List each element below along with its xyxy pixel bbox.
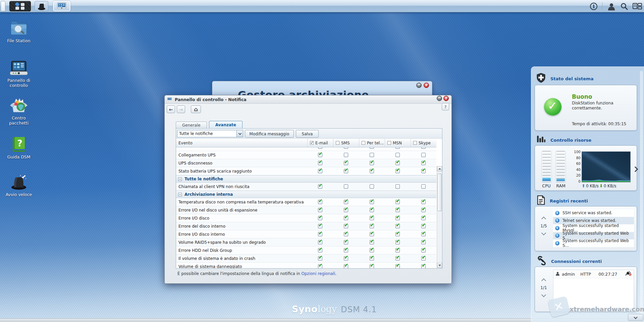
notification-checkbox[interactable] [370, 184, 374, 189]
notification-checkbox[interactable] [395, 184, 400, 189]
notification-checkbox[interactable] [344, 208, 348, 212]
notification-checkbox[interactable] [395, 256, 400, 261]
notification-checkbox[interactable] [318, 169, 322, 173]
notification-checkbox[interactable] [395, 200, 400, 204]
notification-checkbox[interactable] [421, 200, 426, 204]
notification-checkbox[interactable] [395, 147, 400, 149]
notification-checkbox[interactable] [344, 153, 348, 157]
close-icon[interactable]: ✕ [424, 83, 429, 88]
notification-filter-dropdown[interactable]: Tutte le notifiche [177, 130, 243, 137]
minimize-button[interactable] [416, 83, 422, 88]
notification-checkbox[interactable] [395, 208, 400, 212]
notification-checkbox[interactable] [395, 224, 400, 228]
minimize-button[interactable] [437, 96, 442, 101]
pager-up-icon[interactable] [541, 278, 546, 283]
notification-checkbox[interactable] [344, 240, 348, 244]
notification-checkbox[interactable] [318, 147, 322, 149]
channel-select-all-checkbox[interactable] [387, 141, 391, 145]
notification-checkbox[interactable] [344, 161, 348, 165]
desktop-icon-dsm-help[interactable]: ?Guida DSM [2, 136, 36, 159]
forward-button[interactable]: → [177, 105, 185, 113]
pilot-view-icon[interactable] [633, 3, 642, 10]
notification-checkbox[interactable] [421, 264, 426, 268]
dropdown-arrow-button[interactable] [236, 130, 243, 137]
scroll-up-button[interactable] [437, 166, 442, 171]
notification-checkbox[interactable] [395, 248, 400, 252]
notification-checkbox[interactable] [318, 248, 322, 252]
notification-checkbox[interactable] [421, 147, 426, 149]
notification-checkbox[interactable] [318, 208, 322, 212]
notification-checkbox[interactable] [318, 264, 322, 268]
notification-checkbox[interactable] [395, 232, 400, 236]
notification-checkbox[interactable] [395, 216, 400, 220]
notification-checkbox[interactable] [421, 256, 426, 261]
notification-checkbox[interactable] [370, 200, 374, 204]
back-button[interactable]: ← [167, 105, 175, 113]
scroll-down-button[interactable] [437, 263, 442, 268]
notification-checkbox[interactable] [318, 240, 322, 244]
notification-checkbox[interactable] [344, 224, 348, 228]
notification-checkbox[interactable] [370, 264, 374, 268]
show-desktop-handle[interactable] [1, 1, 5, 11]
disconnect-plug-icon[interactable] [625, 271, 632, 277]
main-menu-button[interactable] [9, 1, 31, 11]
notification-checkbox[interactable] [421, 161, 426, 165]
collapse-widget-panel-button[interactable] [628, 314, 643, 321]
notification-checkbox[interactable] [421, 184, 426, 189]
notification-checkbox[interactable] [318, 153, 322, 157]
scrollbar-thumb[interactable] [437, 174, 442, 211]
user-icon[interactable] [607, 2, 615, 10]
notification-checkbox[interactable] [344, 232, 348, 236]
search-icon[interactable] [620, 2, 628, 10]
notification-checkbox[interactable] [370, 216, 374, 220]
notification-checkbox[interactable] [344, 184, 348, 189]
notification-checkbox[interactable] [370, 240, 374, 244]
info-icon[interactable]: i [590, 3, 597, 10]
close-icon[interactable]: ✕ [443, 96, 449, 101]
notification-checkbox[interactable] [421, 224, 426, 228]
connection-row[interactable]: admin HTTP 00:27:27 [553, 270, 634, 278]
expand-resource-monitor-chevron[interactable] [633, 167, 638, 172]
notification-checkbox[interactable] [421, 240, 426, 244]
control-panel-taskbar-button[interactable] [53, 1, 70, 11]
vertical-scrollbar[interactable] [437, 166, 442, 268]
widget-panel-scrollbar[interactable] [640, 71, 643, 318]
home-button[interactable]: ⌂ [191, 105, 201, 113]
notification-checkbox[interactable] [370, 169, 374, 173]
notification-checkbox[interactable] [318, 256, 322, 261]
notification-checkbox[interactable] [318, 200, 322, 204]
save-button[interactable]: Salva [296, 130, 319, 138]
pager-down-icon[interactable] [541, 231, 546, 235]
quick-start-taskbar-button[interactable] [35, 1, 48, 11]
desktop-icon-control-panel[interactable]: Pannello dicontrollo [2, 60, 36, 88]
notification-checkbox[interactable] [395, 240, 400, 244]
tab-generale[interactable]: Generale [176, 122, 207, 129]
notification-checkbox[interactable] [370, 224, 374, 228]
channel-select-all-checkbox[interactable] [336, 141, 339, 145]
notification-checkbox[interactable] [395, 153, 400, 157]
notification-checkbox[interactable] [370, 208, 374, 212]
window-titlebar[interactable]: Pannello di controllo - Notifica [165, 95, 451, 104]
notification-checkbox[interactable] [395, 161, 400, 165]
notification-checkbox[interactable] [395, 169, 400, 173]
notification-checkbox[interactable] [344, 147, 348, 149]
desktop-icon-file-station[interactable]: File Station [2, 19, 36, 43]
channel-select-all-checkbox[interactable] [362, 141, 365, 145]
notification-checkbox[interactable] [344, 256, 348, 261]
notification-checkbox[interactable] [370, 161, 374, 165]
collapse-group-icon[interactable] [178, 193, 182, 196]
pager-down-icon[interactable] [541, 292, 546, 297]
notification-checkbox[interactable] [318, 232, 322, 236]
log-entry[interactable]: iSSH service was started. [553, 209, 634, 217]
notification-checkbox[interactable] [344, 216, 348, 220]
notification-checkbox[interactable] [344, 248, 348, 252]
pager-up-icon[interactable] [541, 217, 546, 221]
log-entry[interactable]: iSystem successfully started Web S... [553, 239, 634, 247]
edit-message-button[interactable]: Modifica messaggio [245, 130, 294, 138]
notification-checkbox[interactable] [318, 161, 322, 165]
notification-checkbox[interactable] [370, 147, 374, 149]
desktop-icon-quick-start[interactable]: Avvio veloce [2, 175, 36, 197]
notification-checkbox[interactable] [370, 153, 374, 157]
regional-options-link[interactable]: Opzioni regionali [302, 271, 335, 276]
help-button[interactable]: ? [442, 103, 449, 110]
